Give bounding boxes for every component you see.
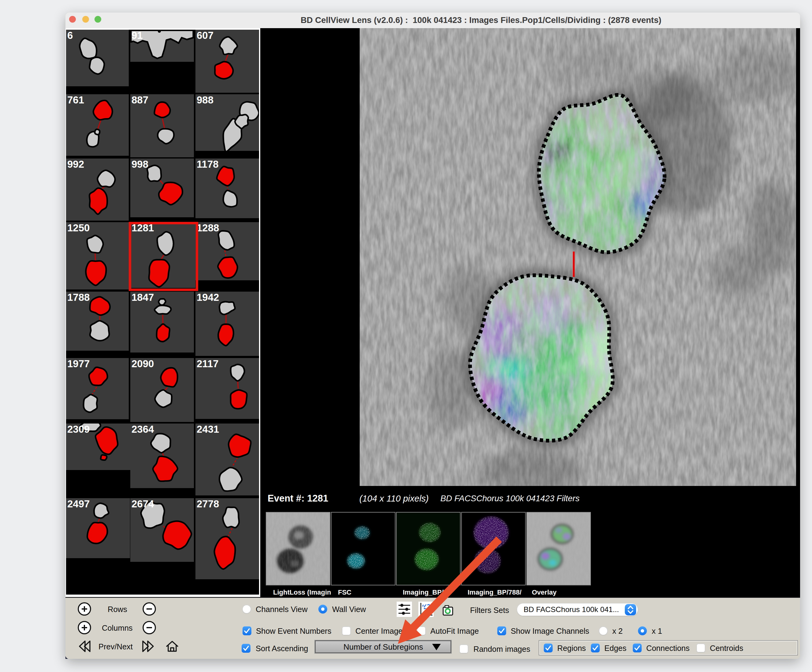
- svg-text:1178: 1178: [197, 159, 219, 170]
- svg-text:6: 6: [67, 30, 73, 41]
- svg-text:2309: 2309: [67, 424, 90, 435]
- svg-text:2117: 2117: [197, 358, 219, 369]
- svg-text:91: 91: [131, 30, 143, 41]
- svg-text:1288: 1288: [197, 222, 219, 234]
- svg-text:998: 998: [131, 159, 148, 170]
- svg-text:2364: 2364: [131, 424, 154, 435]
- svg-text:607: 607: [197, 30, 213, 41]
- svg-text:1942: 1942: [197, 292, 219, 303]
- svg-text:2497: 2497: [67, 498, 90, 510]
- svg-text:1788: 1788: [67, 292, 90, 303]
- svg-text:2778: 2778: [197, 498, 219, 510]
- svg-text:1847: 1847: [131, 292, 154, 303]
- svg-text:2431: 2431: [197, 424, 219, 435]
- svg-text:2090: 2090: [131, 358, 154, 369]
- svg-text:761: 761: [67, 94, 84, 106]
- svg-text:1977: 1977: [67, 358, 90, 369]
- svg-text:1250: 1250: [67, 222, 90, 234]
- svg-text:988: 988: [197, 94, 213, 106]
- svg-text:2674: 2674: [131, 498, 154, 510]
- svg-text:992: 992: [67, 159, 84, 170]
- svg-text:887: 887: [131, 94, 148, 106]
